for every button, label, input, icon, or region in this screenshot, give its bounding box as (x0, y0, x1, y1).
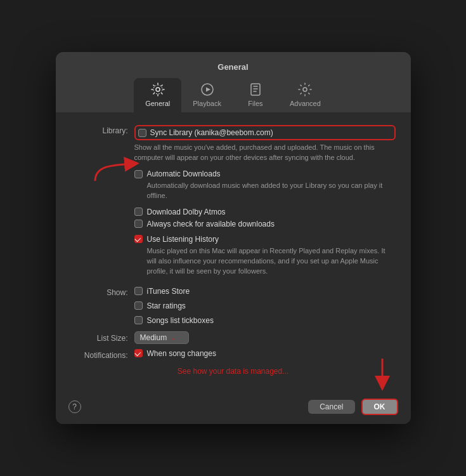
sync-library-label: Sync Library (kanika@beebom.com) (150, 128, 273, 137)
auto-downloads-checkbox[interactable] (134, 170, 143, 178)
ok-button[interactable]: OK (361, 399, 398, 415)
tab-general[interactable]: General (134, 78, 181, 112)
list-size-select[interactable]: Medium (134, 331, 190, 344)
library-fields: Sync Library (kanika@beebom.com) Show al… (134, 125, 396, 283)
check-downloads-checkbox[interactable] (134, 220, 143, 228)
dolby-label: Download Dolby Atmos (147, 208, 226, 216)
show-section: Show: iTunes Store Star ratings Songs li… (71, 287, 396, 327)
preferences-dialog: General General Playback Files (56, 52, 411, 424)
general-icon (150, 82, 165, 97)
help-button[interactable]: ? (68, 400, 81, 413)
notifications-label: Notifications: (71, 350, 134, 360)
notifications-checkbox[interactable] (134, 349, 143, 357)
itunes-store-checkbox[interactable] (134, 287, 143, 295)
show-label: Show: (71, 287, 134, 297)
content-area: Library: Sync Library (kanika@beebom.com… (56, 112, 411, 395)
listening-history-label: Use Listening History (147, 235, 219, 244)
star-ratings-label: Star ratings (147, 301, 186, 310)
list-size-row: List Size: Medium (71, 331, 396, 344)
when-song-changes-row: When song changes (134, 349, 216, 358)
dialog-footer: ? Cancel OK (56, 395, 411, 424)
cancel-button[interactable]: Cancel (308, 400, 354, 414)
svg-point-7 (303, 88, 307, 91)
library-description: Show all the music you've added, purchas… (134, 143, 396, 163)
star-ratings-checkbox[interactable] (134, 301, 143, 310)
auto-downloads-row: Automatic Downloads (134, 169, 396, 178)
dolby-row: Download Dolby Atmos (134, 208, 396, 216)
sync-library-row: Sync Library (kanika@beebom.com) (134, 125, 396, 140)
star-ratings-row: Star ratings (134, 301, 214, 310)
tab-playback-label: Playback (193, 100, 221, 107)
itunes-store-row: iTunes Store (134, 287, 214, 296)
songs-list-row: Songs list tickboxes (134, 316, 214, 325)
notifications-row: Notifications: When song changes (71, 349, 396, 360)
itunes-store-label: iTunes Store (147, 287, 190, 296)
auto-downloads-description: Automatically download music when added … (147, 181, 396, 201)
tab-advanced[interactable]: Advanced (278, 78, 332, 112)
notifications-check-label: When song changes (147, 349, 216, 358)
library-section: Library: Sync Library (kanika@beebom.com… (71, 125, 396, 283)
songs-list-checkbox[interactable] (134, 316, 143, 324)
list-size-label: List Size: (71, 333, 134, 343)
list-size-value: Medium (140, 333, 167, 342)
show-checkboxes: iTunes Store Star ratings Songs list tic… (134, 287, 214, 327)
svg-rect-6 (251, 84, 260, 95)
tab-files[interactable]: Files (233, 78, 278, 112)
dolby-checkbox[interactable] (134, 208, 143, 216)
listening-history-checkbox[interactable] (134, 235, 143, 243)
svg-marker-5 (206, 88, 210, 92)
tab-general-label: General (145, 100, 170, 107)
footer-buttons: Cancel OK (308, 399, 398, 415)
data-managed-link[interactable]: See how your data is managed... (71, 367, 396, 376)
tab-files-label: Files (248, 100, 262, 107)
songs-list-label: Songs list tickboxes (147, 316, 214, 325)
advanced-icon (297, 82, 313, 97)
tab-advanced-label: Advanced (290, 100, 321, 107)
library-label: Library: (71, 125, 134, 135)
playback-icon (200, 82, 215, 97)
files-icon (248, 82, 263, 97)
check-downloads-label: Always check for available downloads (147, 220, 275, 228)
svg-point-2 (156, 88, 160, 91)
listening-history-description: Music played on this Mac will appear in … (147, 246, 396, 277)
listening-history-row: Use Listening History (134, 235, 396, 244)
check-downloads-row: Always check for available downloads (134, 220, 396, 228)
svg-point-3 (153, 85, 162, 94)
tab-playback[interactable]: Playback (181, 78, 233, 112)
dialog-title: General (56, 52, 411, 72)
help-label: ? (72, 402, 77, 411)
toolbar: General Playback Files Advanced (56, 72, 411, 112)
auto-downloads-label: Automatic Downloads (147, 169, 221, 178)
sync-library-checkbox[interactable] (138, 129, 146, 137)
